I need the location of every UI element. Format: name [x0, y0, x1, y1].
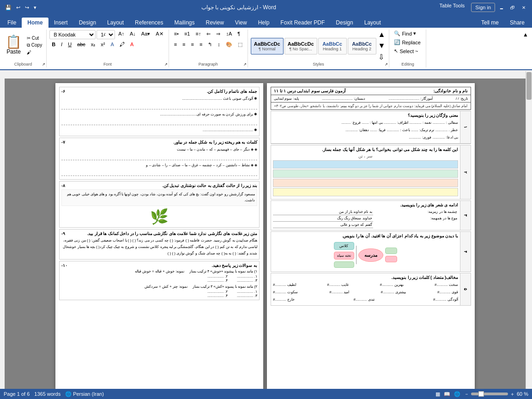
align-left-button[interactable]: ≡	[172, 41, 179, 50]
tab-share[interactable]: Share	[504, 18, 530, 28]
tab-tell-me[interactable]: Tell me	[476, 18, 504, 28]
styles-scroll-down-button[interactable]: ▼	[377, 41, 387, 51]
zoom-thumb[interactable]	[478, 391, 484, 397]
tab-home[interactable]: Home	[22, 18, 48, 28]
signin-button[interactable]: Sign in	[471, 3, 495, 12]
zoom-out-icon[interactable]: －	[464, 391, 469, 398]
tab-references[interactable]: References	[129, 18, 169, 28]
multilevel-button[interactable]: ≡↑	[193, 30, 203, 39]
clipboard-label: Clipboard	[0, 62, 46, 66]
tab-view[interactable]: View	[230, 18, 253, 28]
justify-button[interactable]: ≡	[197, 41, 205, 50]
increase-indent-button[interactable]: ⇒	[214, 30, 223, 39]
tab-layout[interactable]: Layout	[102, 18, 129, 28]
tab-review[interactable]: Review	[200, 18, 229, 28]
format-painter-button[interactable]: 🖌	[25, 49, 43, 55]
show-marks-button[interactable]: ¶	[235, 30, 242, 39]
zoom-control[interactable]: － ＋ 60 %	[464, 391, 528, 398]
document-area: ۶- جمله های ناتمام را کامل کن. ✱ آلودگی …	[5, 79, 526, 389]
paste-button[interactable]: 📋 Paste	[3, 35, 24, 56]
styles-expand-icon[interactable]: ↗	[385, 62, 388, 66]
cut-button[interactable]: ✂ Cut	[25, 35, 43, 41]
replace-button[interactable]: 🔄 Replace	[392, 38, 422, 46]
styles-more-button[interactable]: ⇩	[377, 52, 387, 62]
bullets-button[interactable]: ≡•	[172, 30, 181, 39]
clipboard-expand-icon[interactable]: ↗	[42, 62, 45, 66]
align-center-button[interactable]: ≡	[180, 41, 187, 50]
close-icon[interactable]: ✕	[519, 3, 528, 12]
strikethrough-button[interactable]: abc	[75, 41, 88, 50]
text-effects-button[interactable]: A	[109, 41, 116, 50]
question-4: ۴ با دیدن موضوع زیر به یاد کدام اجزای آن…	[271, 231, 471, 272]
mindmap-left-nodes: کلاس تخته سیاه	[334, 242, 354, 268]
redo-icon[interactable]: ↪	[24, 4, 30, 12]
underline-button[interactable]: U	[66, 41, 74, 50]
tab-help[interactable]: Help	[253, 18, 275, 28]
page-indicator[interactable]: Page 1 of 6	[4, 391, 30, 397]
clear-format-button[interactable]: A✕	[153, 30, 165, 39]
scrollbar-thumb[interactable]	[526, 72, 532, 100]
subscript-button[interactable]: x₂	[89, 41, 98, 50]
tab-mailings[interactable]: Mailings	[169, 18, 200, 28]
window-controls: Table Tools Sign in 🗕 🗗 ✕	[440, 3, 528, 12]
shrink-font-button[interactable]: A↓	[127, 30, 138, 39]
sort-button[interactable]: ↕A	[224, 30, 234, 39]
align-right-button[interactable]: ≡	[188, 41, 196, 50]
q2-green-box	[273, 169, 458, 178]
font-name-select[interactable]: B Koodak	[49, 30, 96, 39]
customize-icon[interactable]: ▾	[32, 4, 38, 12]
grow-font-button[interactable]: A↑	[116, 30, 127, 39]
vertical-scrollbar[interactable]	[526, 71, 532, 389]
ribbon-collapse-button[interactable]: ▲	[523, 31, 528, 38]
italic-button[interactable]: I	[59, 41, 65, 50]
styles-group: AaBbCcDc ¶ Normal AaBbCcDc ¶ No Spac... …	[248, 30, 390, 67]
borders-button[interactable]: ⬚	[236, 41, 245, 50]
superscript-button[interactable]: x²	[98, 41, 107, 50]
paragraph-expand-icon[interactable]: ↗	[243, 62, 247, 66]
change-case-button[interactable]: Aa▾	[139, 30, 152, 39]
style-heading2-button[interactable]: AaBbCc Heading 2	[348, 38, 376, 54]
view-reading-icon[interactable]: 📖	[444, 391, 450, 397]
style-nospacing-button[interactable]: AaBbCcDc ¶ No Spac...	[284, 38, 317, 54]
view-normal-icon[interactable]: ▦	[435, 391, 440, 397]
numbering-button[interactable]: ≡1	[182, 30, 193, 39]
tab-design[interactable]: Design	[73, 18, 102, 28]
tab-foxit[interactable]: Foxit Reader PDF	[275, 18, 330, 28]
mindmap-container: کلاس تخته سیاه مدرسه	[273, 240, 458, 270]
save-icon[interactable]: 💾	[4, 4, 13, 12]
find-button[interactable]: 🔍 Find ▾	[392, 30, 417, 37]
undo-icon[interactable]: ↩	[15, 4, 22, 12]
select-button[interactable]: ↖ Select ~	[392, 47, 420, 55]
font-color-button[interactable]: A	[128, 41, 136, 50]
word-count[interactable]: 1365 words	[34, 391, 60, 397]
font-expand-icon[interactable]: ↗	[164, 62, 168, 66]
tab-table-design[interactable]: Design	[330, 18, 358, 28]
style-normal-button[interactable]: AaBbCcDc ¶ Normal	[251, 38, 284, 54]
tab-insert[interactable]: Insert	[48, 18, 73, 28]
minimize-icon[interactable]: 🗕	[497, 3, 506, 12]
tab-file[interactable]: File	[2, 18, 22, 28]
left-page: ۶- جمله های ناتمام را کامل کن. ✱ آلودگی …	[55, 83, 263, 389]
decrease-indent-button[interactable]: ⇐	[204, 30, 213, 39]
exam-header: نام و نام خانوادگی: آزمون فارسی سوم ابتد…	[271, 87, 471, 110]
mm-node-r2	[385, 256, 397, 262]
restore-icon[interactable]: 🗗	[508, 3, 517, 12]
font-size-select[interactable]: 14	[97, 30, 115, 39]
view-web-icon[interactable]: 🌐	[454, 391, 460, 397]
paragraph-group: ≡• ≡1 ≡↑ ⇐ ⇒ ↕A ¶ ≡ ≡ ≡ ≡ ↰ ↕ 🎨 ⬚ Paragr…	[169, 30, 248, 67]
styles-scroll-up-button[interactable]: ▲	[377, 30, 387, 40]
zoom-in-icon[interactable]: ＋	[510, 391, 515, 398]
style-heading1-button[interactable]: AaBbCc Heading 1	[318, 38, 347, 54]
ribbon: 📋 Paste ✂ Cut ⧉ Copy 🖌 Clipboard ↗ B Koo…	[0, 28, 532, 70]
copy-button[interactable]: ⧉ Copy	[25, 42, 43, 48]
bold-button[interactable]: B	[49, 41, 58, 50]
find-dropdown-icon[interactable]: ▾	[413, 30, 416, 36]
rtl-button[interactable]: ↰	[206, 41, 214, 50]
language-indicator[interactable]: 🌐 Persian (Iran)	[65, 391, 104, 397]
q3-row3-right	[373, 222, 458, 228]
shading-button[interactable]: 🎨	[224, 41, 235, 50]
q2-number: ۲	[460, 145, 471, 199]
tab-table-layout[interactable]: Layout	[359, 18, 387, 28]
highlight-color-button[interactable]: 🖍	[117, 41, 127, 50]
line-spacing-button[interactable]: ↕	[215, 41, 223, 50]
